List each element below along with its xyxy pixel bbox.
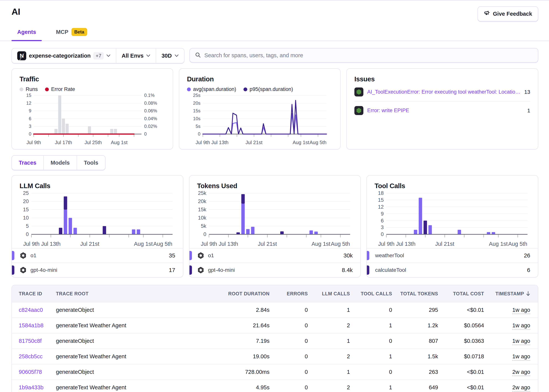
trace-table-row[interactable]: 258cb5ccgenerateText Weather Agent19.00s…: [12, 349, 538, 364]
duration-legend-item: avg(span.duration): [187, 86, 236, 92]
issues-card-title: Issues: [354, 75, 530, 83]
cell-root-duration: 2.84s: [213, 307, 271, 313]
tokens-used-title: Tokens Used: [197, 182, 353, 190]
svg-text:Jul 25th: Jul 25th: [85, 140, 102, 145]
series-value: 26: [524, 252, 530, 259]
cell-errors: 0: [271, 307, 310, 313]
give-feedback-button[interactable]: Give Feedback: [478, 6, 538, 21]
column-header-llm-calls[interactable]: LLM CALLS: [310, 291, 352, 296]
legend-label: Error Rate: [51, 86, 75, 92]
main-tabs: AgentsMCPBeta: [0, 28, 549, 41]
tool-calls-legend-row: calculateTool6: [367, 263, 538, 277]
timestamp-value[interactable]: 1w ago: [512, 353, 530, 361]
issue-link[interactable]: AI_ToolExecutionError: Error executing t…: [367, 89, 520, 95]
traffic-chart: 0030.02%60.04%90.06%120.08%150.1%Jul 9th…: [20, 93, 165, 147]
cell-root-duration: 7.19s: [213, 338, 271, 344]
svg-text:6: 6: [381, 218, 384, 224]
column-header-trace-id[interactable]: TRACE ID: [12, 291, 54, 296]
column-header-total-tokens[interactable]: TOTAL TOKENS: [394, 291, 440, 296]
series-value: 30k: [343, 252, 353, 259]
svg-text:Aug 5th: Aug 5th: [331, 241, 350, 247]
duration-legend: avg(span.duration)p95(span.duration): [187, 86, 333, 92]
date-range-select[interactable]: 30D: [156, 49, 184, 63]
svg-text:3: 3: [29, 124, 31, 129]
llm-calls-title: LLM Calls: [20, 182, 175, 190]
svg-text:10s: 10s: [193, 116, 200, 121]
env-select-value: All Envs: [122, 53, 143, 59]
trace-table-row[interactable]: 1b9a433bgenerateText Weather Agent4.95s0…: [12, 379, 538, 392]
series-swatch: [189, 251, 192, 260]
svg-text:9: 9: [381, 211, 384, 217]
svg-text:Jul 21st: Jul 21st: [246, 140, 263, 145]
column-header-errors[interactable]: ERRORS: [271, 291, 310, 296]
svg-text:12: 12: [26, 100, 31, 106]
timestamp-value[interactable]: 2w ago: [512, 384, 530, 392]
trace-id-link[interactable]: 258cb5cc: [19, 353, 43, 359]
timestamp-value[interactable]: 2w ago: [512, 369, 530, 376]
trace-id-link[interactable]: 1b9a433b: [19, 384, 43, 391]
subtab-models[interactable]: Models: [43, 156, 77, 170]
svg-text:25s: 25s: [193, 93, 200, 98]
trace-table-row[interactable]: 90605f78generateObject728.00ms010263<$0.…: [12, 364, 538, 379]
column-label: TIMESTAMP: [495, 291, 524, 296]
trace-id-link[interactable]: 81750c8f: [19, 338, 42, 344]
issue-link[interactable]: Error: write EPIPE: [367, 108, 523, 113]
trace-id-link[interactable]: c824aac0: [19, 307, 43, 313]
chevron-down-icon: [106, 54, 111, 57]
svg-text:20s: 20s: [193, 100, 200, 106]
svg-text:0: 0: [144, 131, 147, 136]
series-value: 17: [169, 267, 175, 273]
tab-mcp[interactable]: MCPBeta: [50, 28, 93, 41]
issue-gem-icon: [354, 87, 363, 97]
timestamp-value[interactable]: 1w ago: [512, 307, 530, 314]
series-value: 6: [527, 267, 530, 273]
timestamp-value[interactable]: 1w ago: [512, 338, 530, 345]
search-bar[interactable]: [189, 48, 538, 63]
legend-label: avg(span.duration): [193, 86, 236, 92]
column-header-root-duration[interactable]: ROOT DURATION: [213, 291, 271, 296]
search-input[interactable]: [204, 52, 533, 59]
svg-text:0: 0: [29, 131, 31, 136]
issue-count: 13: [524, 89, 530, 95]
svg-text:0.04%: 0.04%: [144, 116, 157, 121]
cell-llm-calls: 1: [310, 307, 352, 313]
svg-text:10: 10: [23, 215, 29, 221]
trace-table-row[interactable]: c824aac0generateObject2.84s010295<$0.011…: [12, 302, 538, 318]
give-feedback-label: Give Feedback: [493, 11, 532, 17]
svg-text:5k: 5k: [201, 223, 206, 229]
svg-text:Aug 1st: Aug 1st: [292, 140, 309, 145]
svg-text:0.02%: 0.02%: [144, 124, 157, 129]
openai-icon: [197, 266, 205, 274]
trace-id-link[interactable]: 90605f78: [19, 369, 42, 375]
column-header-trace-root[interactable]: TRACE ROOT: [54, 291, 213, 296]
openai-icon: [19, 266, 27, 274]
sort-desc-icon: [526, 291, 530, 296]
svg-text:0: 0: [26, 231, 29, 237]
trace-id-link[interactable]: 1584a1b8: [19, 322, 43, 329]
svg-text:10k: 10k: [198, 215, 206, 221]
svg-text:Jul 9th: Jul 9th: [23, 241, 39, 247]
trace-table-row[interactable]: 81750c8fgenerateObject7.19s010807$0.0363…: [12, 333, 538, 349]
env-select[interactable]: All Envs: [116, 49, 156, 63]
subtab-traces[interactable]: Traces: [12, 156, 43, 170]
tab-agents[interactable]: Agents: [12, 28, 42, 41]
tool-calls-chart: 0369121518Jul 9thJul 13thJul 21stAug 1st…: [374, 191, 530, 248]
trace-table-row[interactable]: 1584a1b8generateText Weather Agent21.64s…: [12, 318, 538, 333]
series-label: calculateTool: [375, 267, 406, 273]
column-header-total-cost[interactable]: TOTAL COST: [440, 291, 486, 296]
timestamp-value[interactable]: 1w ago: [512, 322, 530, 329]
svg-text:0.06%: 0.06%: [144, 108, 157, 113]
series-label: gpt-4o-mini: [208, 267, 235, 273]
issue-row: Error: write EPIPE1: [354, 101, 530, 120]
cell-trace-root: generateText Weather Agent: [54, 384, 213, 391]
cell-tool-calls: 1: [352, 353, 394, 360]
svg-text:0.1%: 0.1%: [144, 93, 155, 98]
subtab-tools[interactable]: Tools: [77, 156, 105, 170]
series-swatch: [12, 251, 14, 260]
agent-select[interactable]: N expense-categorization +7: [12, 49, 116, 63]
issues-list: AI_ToolExecutionError: Error executing t…: [354, 83, 530, 120]
column-header-tool-calls[interactable]: TOOL CALLS: [352, 291, 394, 296]
svg-text:25: 25: [23, 191, 29, 196]
column-header-timestamp[interactable]: TIMESTAMP: [486, 291, 538, 296]
cell-total-cost: $0.0564: [440, 322, 486, 329]
